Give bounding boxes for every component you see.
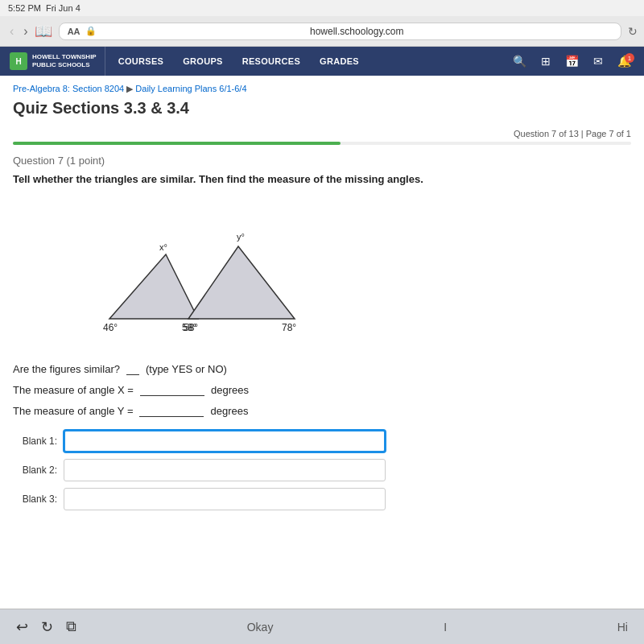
copy-keyboard-button[interactable]: ⧉: [66, 618, 76, 635]
browser-nav: ‹ › 📖: [6, 23, 52, 40]
school-logo: H HOWELL TOWNSHIPPUBLIC SCHOOLS: [6, 47, 105, 76]
okay-button[interactable]: Okay: [247, 621, 274, 634]
search-icon[interactable]: 🔍: [506, 52, 533, 71]
nav-links: COURSES GROUPS RESOURCES GRADES: [109, 47, 369, 76]
blank-inputs: Blank 1: Blank 2: Blank 3:: [13, 430, 631, 510]
lock-icon: 🔒: [85, 26, 97, 36]
schoology-nav: H HOWELL TOWNSHIPPUBLIC SCHOOLS COURSES …: [0, 47, 644, 76]
blank-row-2: Blank 2:: [13, 459, 631, 481]
blank3-input[interactable]: [64, 488, 386, 510]
status-day: Fri Jun 4: [46, 3, 80, 13]
angleY-blank: [139, 404, 204, 417]
back-keyboard-button[interactable]: ↩: [16, 618, 28, 636]
aa-text: AA: [68, 27, 80, 36]
svg-marker-0: [109, 254, 198, 319]
back-button[interactable]: ‹: [6, 23, 17, 40]
address-bar[interactable]: AA 🔒 howell.schoology.com: [59, 23, 621, 40]
kb-left-buttons: ↩ ↻ ⧉: [16, 618, 76, 636]
nav-grades[interactable]: GRADES: [310, 47, 369, 76]
svg-text:78°: 78°: [282, 322, 296, 333]
question-header: Question 7 (1 point): [13, 155, 631, 167]
keyboard-bar: ↩ ↻ ⧉ Okay I Hi: [0, 609, 644, 644]
breadcrumb-course[interactable]: Pre-Algebra 8: Section 8204: [13, 84, 124, 93]
triangle-diagram: 46° 58° x° 58° 78° y°: [61, 198, 631, 346]
angleX-blank: [140, 383, 204, 396]
blank-row-3: Blank 3:: [13, 488, 631, 510]
svg-marker-1: [188, 246, 295, 319]
hi-text: Hi: [617, 621, 628, 634]
pipe-char: I: [444, 621, 447, 634]
page-title: Quiz Sections 3.3 & 3.4: [13, 99, 631, 118]
main-content: Pre-Algebra 8: Section 8204 ▶ Daily Lear…: [0, 76, 644, 609]
bookmarks-icon[interactable]: 📖: [35, 23, 52, 40]
bell-icon[interactable]: 🔔 1: [611, 52, 638, 71]
notification-badge: 1: [625, 53, 634, 63]
status-time: 5:52 PM: [8, 3, 41, 13]
nav-groups[interactable]: GROUPS: [173, 47, 232, 76]
blank2-label: Blank 2:: [13, 464, 57, 476]
status-bar: 5:52 PM Fri Jun 4: [0, 0, 644, 16]
refresh-keyboard-button[interactable]: ↻: [41, 618, 53, 636]
answer-line-1: Are the figures similar? (type YES or NO…: [13, 362, 631, 375]
triangles-svg: 46° 58° x° 58° 78° y°: [61, 198, 319, 343]
browser-chrome: ‹ › 📖 AA 🔒 howell.schoology.com ↻: [0, 16, 644, 47]
answer-section: Are the figures similar? (type YES or NO…: [13, 362, 631, 417]
apps-icon[interactable]: ⊞: [535, 52, 557, 71]
question-text: Tell whether the triangles are similar. …: [13, 173, 631, 185]
calendar-icon[interactable]: 📅: [559, 52, 585, 71]
breadcrumb: Pre-Algebra 8: Section 8204 ▶ Daily Lear…: [13, 84, 631, 94]
question-info: Question 7 of 13 | Page 7 of 1: [13, 129, 631, 138]
svg-text:46°: 46°: [103, 322, 118, 333]
nav-icons: 🔍 ⊞ 📅 ✉ 🔔 1: [506, 47, 638, 76]
answer-line-3: The measure of angle Y = degrees: [13, 404, 631, 417]
svg-text:y°: y°: [237, 232, 245, 242]
svg-text:58°: 58°: [182, 322, 196, 333]
nav-courses[interactable]: COURSES: [109, 47, 174, 76]
blank3-label: Blank 3:: [13, 493, 57, 505]
forward-button[interactable]: ›: [20, 23, 31, 40]
progress-bar: [13, 142, 631, 145]
answer-line-2: The measure of angle X = degrees: [13, 383, 631, 396]
mail-icon[interactable]: ✉: [587, 52, 609, 71]
blank2-input[interactable]: [64, 459, 386, 481]
breadcrumb-plan[interactable]: Daily Learning Plans 6/1-6/4: [135, 84, 246, 93]
blank-row-1: Blank 1:: [13, 430, 631, 452]
svg-text:x°: x°: [159, 242, 167, 252]
logo-icon: H: [10, 52, 27, 70]
breadcrumb-separator: ▶: [126, 84, 135, 93]
url-text: howell.schoology.com: [101, 26, 613, 37]
blank1-label: Blank 1:: [13, 436, 57, 447]
nav-resources[interactable]: RESOURCES: [233, 47, 310, 76]
progress-bar-fill: [13, 142, 341, 145]
similar-blank: [126, 362, 139, 375]
blank1-input[interactable]: [64, 430, 386, 452]
reload-button[interactable]: ↻: [628, 25, 638, 38]
school-name: HOWELL TOWNSHIPPUBLIC SCHOOLS: [32, 53, 97, 68]
